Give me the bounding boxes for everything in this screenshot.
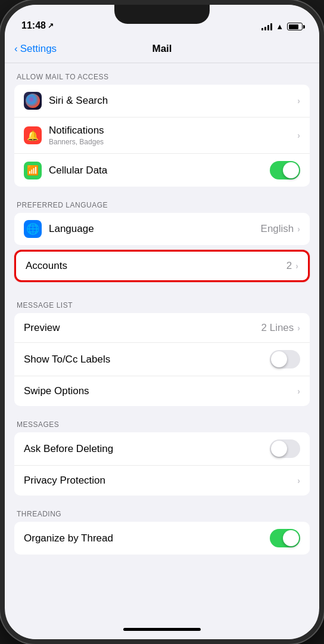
chevron-right-icon: ›	[295, 261, 298, 271]
cellular-data-toggle[interactable]	[270, 161, 300, 179]
allow-mail-section: ALLOW MAIL TO ACCESS Siri & Search ›	[5, 63, 319, 187]
wifi-icon: ▲	[276, 22, 284, 31]
language-item[interactable]: 🌐 Language English ›	[14, 213, 310, 245]
chevron-right-icon: ›	[297, 476, 300, 485]
notch	[114, 5, 210, 24]
screen: 11:48 ↗ ▲ ‹ Settings Mail	[5, 5, 319, 639]
siri-search-item[interactable]: Siri & Search ›	[14, 85, 310, 117]
chevron-right-icon: ›	[297, 323, 300, 333]
back-button[interactable]: ‹ Settings	[14, 43, 57, 55]
back-label: Settings	[20, 43, 57, 55]
chevron-left-icon: ‹	[14, 43, 18, 55]
accounts-section: Accounts 2 ›	[14, 250, 310, 282]
language-header: PREFERRED LANGUAGE	[5, 191, 319, 213]
privacy-protection-item[interactable]: Privacy Protection ›	[14, 466, 310, 496]
messages-body: Ask Before Deleting Privacy Protection ›	[14, 432, 310, 496]
language-label: Language	[49, 223, 261, 235]
accounts-label: Accounts	[26, 260, 286, 272]
phone-frame: 11:48 ↗ ▲ ‹ Settings Mail	[0, 0, 324, 644]
chevron-right-icon: ›	[297, 386, 300, 396]
accounts-value: 2	[286, 260, 292, 272]
preview-item[interactable]: Preview 2 Lines ›	[14, 313, 310, 343]
page-title: Mail	[152, 43, 172, 55]
organize-by-thread-toggle[interactable]	[270, 529, 300, 547]
show-tocc-item[interactable]: Show To/Cc Labels	[14, 343, 310, 376]
language-icon: 🌐	[24, 220, 42, 238]
message-list-section: MESSAGE LIST Preview 2 Lines › Show To/C…	[5, 292, 319, 406]
language-value: English	[261, 223, 294, 235]
organize-by-thread-item[interactable]: Organize by Thread	[14, 522, 310, 555]
message-list-header: MESSAGE LIST	[5, 292, 319, 313]
show-tocc-label: Show To/Cc Labels	[24, 354, 270, 366]
time-display: 11:48	[21, 20, 46, 31]
home-bar	[123, 628, 201, 631]
swipe-options-item[interactable]: Swipe Options ›	[14, 376, 310, 406]
location-arrow-icon: ↗	[48, 21, 54, 30]
show-tocc-toggle[interactable]	[270, 350, 300, 369]
language-body: 🌐 Language English ›	[14, 213, 310, 245]
notifications-sublabel: Banners, Badges	[49, 138, 297, 146]
organize-by-thread-label: Organize by Thread	[24, 532, 270, 544]
chevron-right-icon: ›	[297, 96, 300, 106]
settings-content: ALLOW MAIL TO ACCESS Siri & Search ›	[5, 63, 319, 619]
swipe-options-label: Swipe Options	[24, 385, 297, 397]
cellular-icon: 📶	[24, 162, 42, 179]
chevron-right-icon: ›	[297, 224, 300, 234]
threading-body: Organize by Thread	[14, 522, 310, 555]
threading-header: THREADING	[5, 500, 319, 522]
battery-icon	[287, 23, 303, 30]
message-list-body: Preview 2 Lines › Show To/Cc Labels	[14, 313, 310, 406]
preview-value: 2 Lines	[261, 322, 294, 334]
cellular-data-item[interactable]: 📶 Cellular Data	[14, 154, 310, 187]
allow-mail-body: Siri & Search › 🔔 Notifications Banners,…	[14, 85, 310, 187]
messages-section: MESSAGES Ask Before Deleting	[5, 411, 319, 496]
notifications-icon: 🔔	[24, 126, 42, 144]
notifications-label: Notifications	[49, 125, 297, 137]
chevron-right-icon: ›	[297, 131, 300, 140]
status-time: 11:48 ↗	[21, 20, 54, 31]
threading-section: THREADING Organize by Thread	[5, 500, 319, 555]
accounts-item[interactable]: Accounts 2 ›	[14, 250, 310, 282]
ask-before-deleting-label: Ask Before Deleting	[24, 443, 270, 455]
language-section: PREFERRED LANGUAGE 🌐 Language English ›	[5, 191, 319, 245]
signal-bars-icon	[261, 23, 272, 30]
nav-bar: ‹ Settings Mail	[5, 35, 319, 63]
home-indicator	[5, 619, 319, 639]
siri-icon	[24, 92, 42, 110]
ask-before-deleting-toggle[interactable]	[270, 439, 300, 458]
ask-before-deleting-item[interactable]: Ask Before Deleting	[14, 432, 310, 466]
allow-mail-header: ALLOW MAIL TO ACCESS	[5, 63, 319, 85]
notifications-item[interactable]: 🔔 Notifications Banners, Badges ›	[14, 117, 310, 154]
status-icons: ▲	[261, 22, 303, 31]
messages-header: MESSAGES	[5, 411, 319, 432]
siri-search-label: Siri & Search	[49, 95, 297, 107]
preview-label: Preview	[24, 322, 261, 334]
privacy-protection-label: Privacy Protection	[24, 475, 297, 487]
cellular-data-label: Cellular Data	[49, 165, 270, 177]
